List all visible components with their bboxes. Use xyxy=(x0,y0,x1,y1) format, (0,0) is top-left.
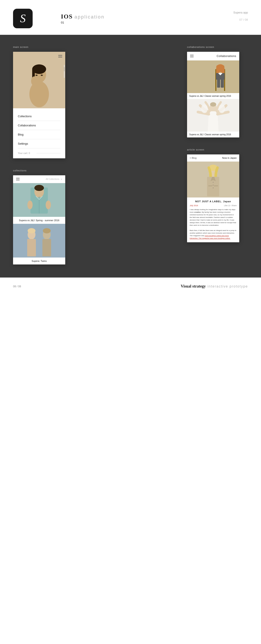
article-back-button[interactable]: < Blog xyxy=(190,156,196,159)
svg-point-20 xyxy=(28,228,36,233)
menu-item-settings[interactable]: Settings xyxy=(18,140,60,147)
header-title-light: application xyxy=(74,14,104,20)
article-screen-label: Article screen xyxy=(187,148,248,151)
article-phone: < Blog Now in Japan xyxy=(187,154,239,242)
header-number: 01 xyxy=(61,21,104,24)
collab-image-1 xyxy=(187,60,239,93)
collaborations-screen-label: Collaborations screen xyxy=(187,46,248,48)
header-divider xyxy=(200,34,235,34)
svg-rect-49 xyxy=(214,186,218,186)
svg-rect-24 xyxy=(42,239,51,256)
article-header: < Blog Now in Japan xyxy=(187,154,239,162)
header: S IOS application 01 Supera app 07 / 08 xyxy=(0,0,261,35)
collections-menu-icon[interactable] xyxy=(16,178,20,180)
main-hero-image xyxy=(13,52,65,108)
footer-title: Visual strategy interactive prototype xyxy=(181,284,248,288)
collaborations-section: Collaborations screen Collaborations xyxy=(187,46,248,138)
collection-item-1[interactable]: Supera vs J&J: Spring - summer 2016 xyxy=(13,183,65,224)
menu-divider-1 xyxy=(18,121,60,121)
footer-title-bold: Visual strategy xyxy=(181,284,206,288)
menu-divider-3 xyxy=(18,139,60,139)
collection-image-2 xyxy=(13,224,65,258)
footer-title-light: interactive prototype xyxy=(208,284,248,288)
collections-phone: All Collections ∨ xyxy=(13,175,65,264)
main-screen-label: Main screen xyxy=(13,46,78,48)
collab-image-2 xyxy=(187,99,239,132)
header-page-number: 07 / 08 xyxy=(239,18,248,21)
collection-caption-2: Supera: Twins xyxy=(13,258,65,264)
main-phone: Collections Collaborations Blog Settings… xyxy=(13,52,65,158)
svg-point-45 xyxy=(213,182,214,183)
cart-line xyxy=(36,153,60,153)
svg-point-7 xyxy=(41,74,43,76)
svg-point-1 xyxy=(29,81,49,107)
article-section: Article screen < Blog Now in Japan xyxy=(187,148,248,242)
collections-header: All Collections ∨ xyxy=(13,175,65,183)
svg-rect-26 xyxy=(215,78,216,91)
collab-caption-1: Supera vs J&J: Classic woman spring 2016 xyxy=(187,93,239,99)
dark-section: Main screen xyxy=(0,35,261,278)
svg-rect-9 xyxy=(32,78,33,81)
collab-item-1[interactable]: Supera vs J&J: Classic woman spring 2016 xyxy=(187,60,239,99)
collab-menu-icon[interactable] xyxy=(190,55,194,57)
article-hero-image xyxy=(187,162,239,198)
svg-point-47 xyxy=(213,188,214,188)
svg-rect-21 xyxy=(27,239,36,256)
cart-text: Your cart: 0 xyxy=(18,150,60,154)
article-meta: July 2016 Like 13 Share xyxy=(190,204,237,206)
svg-point-16 xyxy=(28,200,32,209)
dark-right: Collaborations screen Collaborations xyxy=(187,46,248,264)
share-button[interactable]: Share xyxy=(232,204,237,206)
article-big-title: NOT JUST A LABEL. Japan xyxy=(190,200,237,203)
article-date: July 2016 xyxy=(190,204,198,206)
dark-left: Main screen xyxy=(13,46,78,264)
article-likes[interactable]: Like 13 Share xyxy=(224,204,237,206)
menu-divider-2 xyxy=(18,130,60,130)
svg-point-23 xyxy=(43,228,51,233)
collab-phone: Collaborations xyxy=(187,52,239,138)
footer-page-number: 08 / 08 xyxy=(13,285,21,288)
collab-title: Collaborations xyxy=(217,54,236,58)
collab-item-2[interactable]: Supera vs J&J: Classic woman spring 2016 xyxy=(187,99,239,138)
svg-point-40 xyxy=(218,104,225,113)
collection-item-2[interactable]: Supera: Twins xyxy=(13,224,65,264)
logo-letter: S xyxy=(20,13,26,24)
menu-item-collaborations[interactable]: Collaborations xyxy=(18,122,60,128)
menu-item-blog[interactable]: Blog xyxy=(18,131,60,138)
svg-rect-48 xyxy=(208,186,212,186)
svg-rect-10 xyxy=(33,77,35,81)
svg-point-17 xyxy=(46,200,51,209)
article-content: NOT JUST A LABEL. Japan July 2016 Like 1… xyxy=(187,198,239,242)
collections-section: Collections All Collections ∨ xyxy=(13,169,78,264)
scroll-indicator xyxy=(64,65,64,78)
svg-rect-34 xyxy=(217,79,220,88)
collection-image-1 xyxy=(13,183,65,217)
svg-point-14 xyxy=(34,185,44,191)
menu-icon[interactable] xyxy=(58,54,62,58)
svg-point-39 xyxy=(201,104,208,113)
main-menu: Collections Collaborations Blog Settings… xyxy=(13,108,65,158)
header-right: Supera app 07 / 08 xyxy=(234,11,248,21)
scroll-thumb xyxy=(64,67,64,71)
menu-divider-4 xyxy=(18,148,60,148)
article-body: I was always looking for imaginative way… xyxy=(190,208,237,240)
svg-point-38 xyxy=(210,102,216,106)
article-nav-title: Now in Japan xyxy=(222,156,237,159)
svg-rect-35 xyxy=(221,79,224,88)
collections-label: Collections xyxy=(13,169,78,172)
bottom-footer: 08 / 08 Visual strategy interactive prot… xyxy=(0,278,261,295)
menu-item-collections[interactable]: Collections xyxy=(18,113,60,120)
collection-caption-1: Supera vs J&J: Spring - summer 2016 xyxy=(13,217,65,224)
dark-inner: Main screen xyxy=(13,46,248,264)
header-title: IOS application xyxy=(61,13,104,20)
header-center: IOS application 01 xyxy=(61,13,104,24)
collab-header: Collaborations xyxy=(187,52,239,60)
header-app-label: Supera app xyxy=(234,11,248,14)
logo-icon: S xyxy=(13,9,32,28)
collab-caption-2: Supera vs J&J: Classic woman spring 2016 xyxy=(187,132,239,138)
svg-point-6 xyxy=(36,74,38,76)
svg-rect-18 xyxy=(13,224,65,258)
svg-rect-25 xyxy=(187,60,239,93)
svg-rect-27 xyxy=(224,78,225,91)
svg-point-46 xyxy=(213,185,214,186)
